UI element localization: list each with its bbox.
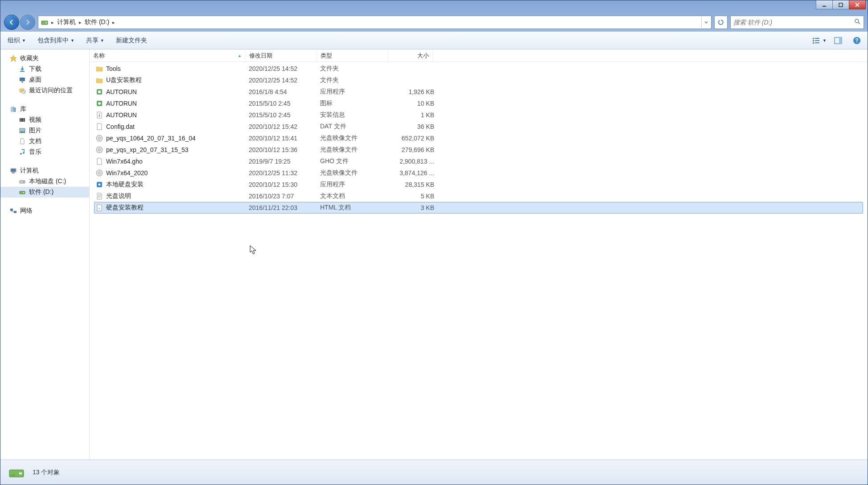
svg-rect-15 — [20, 71, 25, 72]
address-bar[interactable]: ▸ 计算机 ▸ 软件 (D:) ▸ — [38, 16, 712, 29]
sidebar-item-downloads[interactable]: 下载 — [0, 64, 89, 74]
file-row[interactable]: 光盘说明2016/10/23 7:07文本文档5 KB — [94, 190, 863, 202]
sidebar-item-recent[interactable]: 最近访问的位置 — [0, 85, 89, 96]
maximize-button[interactable] — [832, 0, 849, 9]
file-type: 图标 — [320, 99, 391, 107]
file-type-icon — [95, 111, 103, 119]
breadcrumb-segment[interactable]: 计算机 — [55, 16, 78, 29]
svg-point-44 — [98, 102, 101, 105]
view-mode-button[interactable]: ▼ — [812, 34, 827, 47]
sidebar-item-videos[interactable]: 视频 — [0, 115, 89, 125]
share-label: 共享 — [86, 37, 99, 45]
svg-rect-33 — [11, 169, 16, 172]
status-text: 13 个对象 — [33, 469, 60, 477]
column-label: 大小 — [417, 52, 429, 60]
back-button[interactable] — [4, 15, 19, 30]
sidebar-item-music[interactable]: 音乐 — [0, 147, 89, 157]
file-row[interactable]: AUTORUN2015/5/10 2:45安装信息1 KB — [94, 109, 863, 121]
file-row[interactable]: e硬盘安装教程2016/11/21 22:03HTML 文档3 KB — [94, 202, 863, 214]
close-button[interactable] — [849, 0, 866, 9]
chevron-right-icon[interactable]: ▸ — [50, 20, 55, 25]
titlebar — [0, 0, 868, 13]
svg-point-29 — [21, 130, 22, 131]
include-library-button[interactable]: 包含到库中▼ — [34, 35, 78, 46]
content-area: 收藏夹 下载 桌面 最近访问的位置 库 — [0, 49, 868, 460]
sidebar-network-header[interactable]: 网络 — [0, 206, 89, 216]
sidebar-item-drive-d[interactable]: 软件 (D:) — [0, 187, 89, 197]
file-size: 28,315 KB — [391, 181, 434, 188]
minimize-button[interactable] — [816, 0, 833, 9]
file-size: 3,874,126 ... — [391, 169, 434, 177]
search-box[interactable] — [730, 16, 864, 29]
sidebar-label: 收藏夹 — [20, 54, 39, 62]
sidebar-label: 图片 — [29, 127, 41, 135]
file-name: Win7x64.gho — [106, 158, 143, 165]
file-date: 2015/5/10 2:45 — [249, 100, 320, 107]
chevron-right-icon[interactable]: ▸ — [78, 20, 83, 25]
file-size: 5 KB — [391, 193, 434, 200]
column-size[interactable]: 大小 — [388, 49, 433, 62]
new-folder-button[interactable]: 新建文件夹 — [112, 35, 151, 46]
sidebar-label: 计算机 — [20, 167, 39, 175]
file-row[interactable]: Tools2020/12/25 14:52文件夹 — [94, 63, 863, 74]
file-name: AUTORUN — [106, 100, 137, 107]
file-row[interactable]: U盘安装教程2020/12/25 14:52文件夹 — [94, 74, 863, 86]
share-button[interactable]: 共享▼ — [82, 35, 108, 46]
svg-rect-37 — [20, 191, 25, 194]
svg-point-52 — [99, 172, 100, 174]
svg-rect-36 — [23, 181, 24, 182]
sidebar-label: 本地磁盘 (C:) — [29, 177, 66, 185]
file-row[interactable]: Win7x64_20202020/12/25 11:32光盘映像文件3,874,… — [94, 167, 863, 179]
organize-button[interactable]: 组织▼ — [4, 35, 29, 46]
file-row[interactable]: AUTORUN2016/1/8 4:54应用程序1,926 KB — [94, 86, 863, 98]
recent-icon — [18, 86, 26, 95]
file-type-icon — [95, 134, 103, 142]
file-list[interactable]: Tools2020/12/25 14:52文件夹U盘安装教程2020/12/25… — [90, 62, 868, 460]
svg-rect-22 — [14, 107, 16, 112]
sidebar-item-drive-c[interactable]: 本地磁盘 (C:) — [0, 176, 89, 187]
sidebar-item-pictures[interactable]: 图片 — [0, 125, 89, 136]
svg-rect-7 — [813, 40, 814, 41]
file-row[interactable]: Config.dat2020/10/12 15:42DAT 文件36 KB — [94, 121, 863, 132]
file-name: 硬盘安装教程 — [106, 204, 144, 212]
file-row[interactable]: AUTORUN2015/5/10 2:45图标10 KB — [94, 98, 863, 109]
file-row[interactable]: pe_yqs_xp_20_07_31_15_532020/10/12 15:36… — [94, 144, 863, 156]
video-icon — [18, 116, 26, 124]
file-date: 2020/10/12 15:30 — [249, 181, 320, 188]
file-type: 光盘映像文件 — [320, 134, 391, 142]
nav-bar: ▸ 计算机 ▸ 软件 (D:) ▸ — [0, 13, 868, 32]
file-date: 2020/10/12 15:41 — [249, 135, 320, 142]
sidebar-computer-header[interactable]: 计算机 — [0, 165, 89, 176]
svg-rect-56 — [19, 473, 22, 474]
help-button[interactable]: ? — [850, 34, 864, 47]
file-date: 2020/10/12 15:42 — [249, 123, 320, 130]
search-input[interactable] — [733, 19, 861, 26]
address-dropdown[interactable] — [701, 17, 710, 28]
svg-rect-5 — [813, 38, 814, 39]
svg-rect-38 — [23, 192, 24, 193]
column-headers: 名称 ▲ 修改日期 类型 大小 — [90, 49, 868, 62]
file-row[interactable]: 本地硬盘安装2020/10/12 15:30应用程序28,315 KB — [94, 179, 863, 190]
column-name[interactable]: 名称 ▲ — [90, 49, 246, 62]
preview-pane-button[interactable] — [831, 34, 845, 47]
search-icon[interactable] — [854, 18, 861, 27]
sidebar-item-documents[interactable]: 文档 — [0, 136, 89, 147]
svg-rect-6 — [815, 38, 819, 39]
file-name: pe_yqs_xp_20_07_31_15_53 — [106, 146, 189, 153]
sidebar-favorites-header[interactable]: 收藏夹 — [0, 53, 89, 64]
refresh-button[interactable] — [714, 16, 728, 29]
file-row[interactable]: pe_yqs_1064_20_07_31_16_042020/10/12 15:… — [94, 132, 863, 144]
sidebar-item-desktop[interactable]: 桌面 — [0, 74, 89, 85]
sidebar-libraries-header[interactable]: 库 — [0, 104, 89, 115]
file-row[interactable]: Win7x64.gho2019/9/7 19:25GHO 文件2,900,813… — [94, 156, 863, 167]
file-date: 2020/12/25 14:52 — [249, 77, 320, 84]
file-type: 文本文档 — [320, 192, 391, 200]
column-type[interactable]: 类型 — [317, 49, 388, 62]
drive-icon — [18, 188, 26, 196]
network-icon — [9, 207, 17, 215]
breadcrumb-segment[interactable]: 软件 (D:) — [83, 16, 111, 29]
file-name: Win7x64_2020 — [106, 169, 148, 177]
chevron-right-icon[interactable]: ▸ — [111, 20, 116, 25]
column-date[interactable]: 修改日期 — [246, 49, 317, 62]
forward-button[interactable] — [20, 15, 35, 30]
